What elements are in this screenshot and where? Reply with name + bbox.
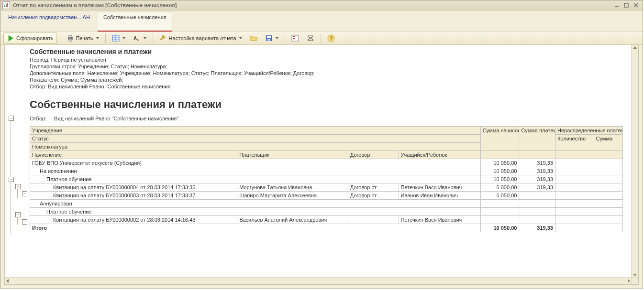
table-row-total[interactable]: Итого 10 050,00 319,33 xyxy=(30,224,623,232)
report-grouping: Группировки строк: Учреждение; Статус; Н… xyxy=(30,63,632,70)
printer-icon xyxy=(67,34,74,42)
close-button[interactable] xyxy=(631,2,641,9)
title-bar: Отчет по начислениям и платежам [Собстве… xyxy=(0,0,643,11)
vertical-scrollbar[interactable] xyxy=(631,45,638,278)
help-button[interactable]: ? xyxy=(324,32,338,44)
svg-marker-7 xyxy=(9,35,13,41)
collapse-toggle[interactable]: − xyxy=(15,212,21,217)
svg-rect-9 xyxy=(69,35,72,37)
col-accrual[interactable]: Начисление xyxy=(30,151,237,159)
chevron-down-icon xyxy=(239,37,242,39)
outline-gutter: − − − − − − xyxy=(5,45,30,278)
filter-row: Отбор: Вид начислений Равно "Собственные… xyxy=(30,116,632,121)
table-row[interactable]: На исполнении 10 050,00 319,33 xyxy=(30,167,623,175)
font-button[interactable]: Aa xyxy=(130,32,150,44)
table-row[interactable]: Платное обучение 10 050,00 319,33 xyxy=(30,175,623,183)
svg-text:a: a xyxy=(137,38,139,41)
open-button[interactable] xyxy=(246,32,261,44)
table-row[interactable]: Платное обучение xyxy=(30,208,623,216)
chevron-down-icon xyxy=(144,37,146,39)
app-icon xyxy=(2,1,10,9)
svg-text:?: ? xyxy=(330,36,333,41)
filter-value: Вид начислений Равно "Собственные начисл… xyxy=(54,116,178,121)
col-undistributed[interactable]: Нераспределенные платежи xyxy=(555,127,622,135)
horizontal-scrollbar[interactable] xyxy=(5,277,632,284)
chevron-down-icon xyxy=(276,37,278,39)
report-title-small: Собственные начисления и платежи xyxy=(30,48,632,55)
svg-rect-19 xyxy=(267,39,270,41)
generate-button[interactable]: Сформировать xyxy=(3,32,57,44)
table-row[interactable]: Квитанция на оплату БУ000000004 от 28.03… xyxy=(30,183,623,192)
help-icon: ? xyxy=(327,34,335,42)
table-row[interactable]: ГОБУ ВПО Университет искусств (Субсидия)… xyxy=(30,159,623,167)
svg-rect-4 xyxy=(624,3,628,7)
report-measures: Показатели: Сумма; Сумма платежей; xyxy=(30,76,632,83)
svg-rect-1 xyxy=(6,4,7,7)
filter-label: Отбор: xyxy=(30,116,53,121)
svg-rect-2 xyxy=(7,3,8,7)
structure-button[interactable] xyxy=(288,32,302,44)
app-window: Отчет по начислениям и платежам [Собстве… xyxy=(0,0,643,289)
col-sum-payments[interactable]: Сумма платежей xyxy=(519,127,555,151)
report-extra-fields: Дополнительные поля: Начисление; Учрежде… xyxy=(30,70,632,76)
report-settings-button[interactable]: Настройка варианта отчета xyxy=(156,32,245,44)
col-nomenclature[interactable]: Номенклатура xyxy=(30,143,481,151)
floppy-icon xyxy=(265,34,273,42)
tab-bar: Начисления подведомствен... АН Собственн… xyxy=(0,11,643,32)
table-row[interactable]: Квитанция на оплату БУ000000002 от 28.03… xyxy=(30,216,623,224)
report-title-big: Собственные начисления и платежи xyxy=(30,98,632,111)
tab-own-accruals[interactable]: Собственные начисления xyxy=(98,12,172,32)
col-sum-accruals[interactable]: Сумма начислений xyxy=(480,127,519,151)
chevron-down-icon xyxy=(122,37,125,39)
svg-rect-21 xyxy=(293,36,295,37)
save-button[interactable] xyxy=(262,32,282,44)
structure-icon xyxy=(291,34,299,42)
svg-rect-22 xyxy=(293,38,295,39)
play-icon xyxy=(7,34,14,42)
svg-rect-0 xyxy=(4,5,5,7)
report-period: Период: Период не установлен xyxy=(30,56,632,63)
col-payer[interactable]: Плательщик xyxy=(237,151,348,159)
sigma-icon xyxy=(307,34,314,42)
window-title: Отчет по начислениям и платежам [Собстве… xyxy=(13,2,177,8)
col-status[interactable]: Статус xyxy=(30,135,481,143)
sum-button[interactable] xyxy=(303,32,318,44)
minimize-button[interactable] xyxy=(612,2,622,9)
collapse-toggle[interactable]: − xyxy=(22,219,27,225)
report-filter-line: Отбор: Вид начислений Равно "Собственные… xyxy=(30,83,632,90)
print-button[interactable]: Печать xyxy=(63,32,102,44)
folder-open-icon xyxy=(250,34,257,42)
table-icon xyxy=(112,34,120,42)
font-icon: Aa xyxy=(133,34,141,42)
collapse-toggle[interactable]: − xyxy=(22,191,27,196)
svg-rect-10 xyxy=(69,39,72,41)
chevron-down-icon xyxy=(96,37,99,39)
col-qty[interactable]: Количество xyxy=(555,135,594,151)
toolbar: Сформировать Печать Aa xyxy=(0,32,643,45)
report-viewport: − − − − − − Собственные начисления и пла… xyxy=(4,44,639,285)
collapse-toggle[interactable]: − xyxy=(9,116,14,121)
col-contract[interactable]: Договор xyxy=(348,151,399,159)
scroll-corner xyxy=(631,277,638,284)
collapse-toggle[interactable]: − xyxy=(15,184,21,189)
tab-subordinate-accruals[interactable]: Начисления подведомствен... АН xyxy=(2,12,96,32)
table-row[interactable]: Квитанция на оплату БУ000000003 от 28.03… xyxy=(30,192,623,200)
wrench-icon xyxy=(159,34,167,42)
svg-rect-18 xyxy=(267,36,271,38)
table-view-button[interactable] xyxy=(109,32,129,44)
maximize-button[interactable] xyxy=(622,2,631,9)
table-row[interactable]: Аннулирован xyxy=(30,200,623,208)
collapse-toggle[interactable]: − xyxy=(9,177,14,182)
col-institution[interactable]: Учреждение xyxy=(30,127,481,135)
col-sum[interactable]: Сумма xyxy=(594,135,622,151)
col-student[interactable]: Учащийся/Ребенок xyxy=(399,151,480,159)
report-table: Учреждение Сумма начислений Сумма платеж… xyxy=(30,126,623,232)
report-content: Собственные начисления и платежи Период:… xyxy=(30,45,632,278)
